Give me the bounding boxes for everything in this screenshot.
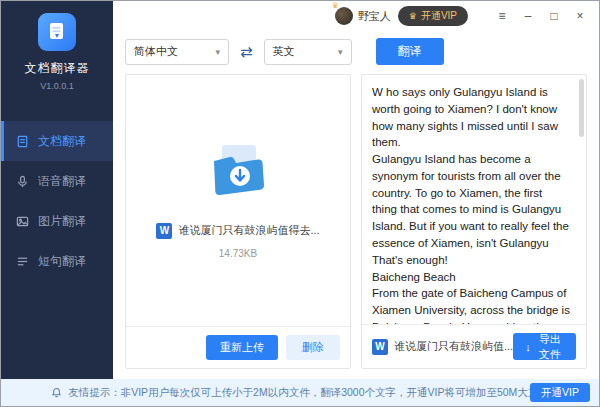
- app-logo-icon: [38, 13, 76, 51]
- paragraph: Baicheng Beach: [372, 269, 570, 286]
- user-avatar: ♛: [335, 7, 353, 25]
- reupload-button[interactable]: 重新上传: [206, 335, 278, 360]
- scrollbar[interactable]: [579, 79, 584, 320]
- app-name: 文档翻译器: [25, 60, 90, 77]
- document-icon: [16, 135, 29, 148]
- sidebar: 文档翻译器 V1.0.0.1 文档翻译 语音翻译: [1, 1, 113, 379]
- export-file-button[interactable]: ↓ 导出文件: [513, 333, 576, 360]
- word-file-icon: W: [156, 223, 172, 239]
- maximize-icon[interactable]: □: [541, 5, 567, 27]
- upload-folder-icon: [206, 143, 270, 203]
- sidebar-item-label: 语音翻译: [38, 173, 86, 190]
- language-toolbar: 简体中文 ▾ ⇄ 英文 ▾ 翻译: [113, 31, 599, 74]
- crown-icon: ♛: [409, 11, 417, 21]
- app-version: V1.0.0.1: [40, 81, 74, 91]
- download-icon: ↓: [525, 341, 531, 353]
- uploaded-file: W 谁说厦门只有鼓浪屿值得去...: [156, 223, 319, 239]
- paragraph: W ho says only Gulangyu Island is worth …: [372, 84, 570, 151]
- sidebar-item-sentence-translate[interactable]: 短句翻译: [1, 241, 113, 281]
- close-icon[interactable]: ×: [567, 5, 593, 27]
- paragraph: Gulangyu Island has become a synonym for…: [372, 151, 570, 252]
- sidebar-item-label: 文档翻译: [38, 133, 86, 150]
- titlebar: ♛ 野宝人 ♛ 开通VIP ≡ – □ ×: [113, 1, 599, 31]
- export-file-label: 导出文件: [536, 332, 564, 362]
- chevron-down-icon: ▾: [215, 47, 220, 57]
- source-language-select[interactable]: 简体中文 ▾: [125, 39, 229, 65]
- sidebar-menu: 文档翻译 语音翻译 图片翻译: [1, 121, 113, 281]
- word-file-icon: W: [372, 339, 388, 355]
- footer-notice-bar: 友情提示：非VIP用户每次仅可上传小于2M以内文件，翻译3000个文字，开通VI…: [1, 379, 599, 406]
- microphone-icon: [16, 175, 29, 188]
- user-profile[interactable]: ♛ 野宝人: [335, 7, 391, 25]
- menu-icon[interactable]: ≡: [489, 5, 515, 27]
- window-controls: ≡ – □ ×: [489, 5, 593, 27]
- result-file-name: 谁说厦门只有鼓浪屿值...: [394, 339, 513, 354]
- open-vip-pill-button[interactable]: ♛ 开通VIP: [398, 6, 468, 26]
- user-name: 野宝人: [358, 9, 391, 24]
- upload-actions: 重新上传 删除: [126, 326, 350, 368]
- footer-notice-text: 友情提示：非VIP用户每次仅可上传小于2M以内文件，翻译3000个文字，开通VI…: [68, 386, 549, 400]
- result-actions: W 谁说厦门只有鼓浪屿值... ↓ 导出文件: [362, 324, 586, 368]
- paragraph: From the gate of Baicheng Campus of Xiam…: [372, 285, 570, 324]
- paragraph: That's enough!: [372, 252, 570, 269]
- delete-button[interactable]: 删除: [286, 335, 340, 360]
- target-language-select[interactable]: 英文 ▾: [264, 39, 352, 65]
- swap-languages-icon[interactable]: ⇄: [240, 43, 253, 61]
- sidebar-item-image-translate[interactable]: 图片翻译: [1, 201, 113, 241]
- translate-button[interactable]: 翻译: [376, 38, 444, 65]
- chevron-down-icon: ▾: [338, 47, 343, 57]
- target-language-value: 英文: [273, 44, 295, 59]
- upload-panel: W 谁说厦门只有鼓浪屿值得去... 14.73KB 重新上传 删除: [125, 74, 351, 369]
- sidebar-item-document-translate[interactable]: 文档翻译: [1, 121, 113, 161]
- sidebar-item-label: 短句翻译: [38, 253, 86, 270]
- minimize-icon[interactable]: –: [515, 5, 541, 27]
- footer-open-vip-button[interactable]: 开通VIP: [530, 383, 590, 402]
- scrollbar-thumb[interactable]: [579, 79, 584, 137]
- sidebar-item-voice-translate[interactable]: 语音翻译: [1, 161, 113, 201]
- uploaded-file-size: 14.73KB: [219, 248, 257, 259]
- result-file: W 谁说厦门只有鼓浪屿值...: [372, 339, 513, 355]
- crown-icon: ♛: [332, 1, 339, 10]
- sidebar-item-label: 图片翻译: [38, 213, 86, 230]
- image-icon: [16, 215, 29, 228]
- text-lines-icon: [16, 255, 29, 268]
- app-window: 文档翻译器 V1.0.0.1 文档翻译 语音翻译: [0, 0, 600, 407]
- open-vip-label: 开通VIP: [421, 9, 457, 23]
- uploaded-file-name: 谁说厦门只有鼓浪屿值得去...: [178, 223, 319, 238]
- result-panel: W ho says only Gulangyu Island is worth …: [361, 74, 587, 369]
- source-language-value: 简体中文: [134, 44, 178, 59]
- upload-dropzone[interactable]: W 谁说厦门只有鼓浪屿值得去... 14.73KB: [126, 75, 350, 326]
- translated-text: W ho says only Gulangyu Island is worth …: [362, 75, 586, 324]
- bell-icon: [51, 387, 62, 398]
